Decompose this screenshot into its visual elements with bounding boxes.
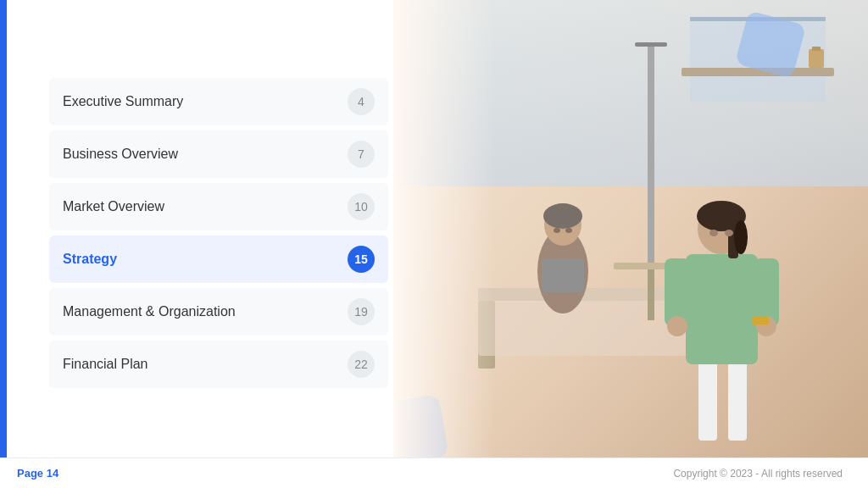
page-container: Executive Summary 4 Business Overview 7 … [0,0,868,488]
toc-label: Financial Plan [63,357,148,372]
toc-item-business-overview[interactable]: Business Overview 7 [49,130,388,178]
toc-page-number: 19 [348,298,375,325]
toc-page-number: 10 [348,193,375,220]
table-of-contents: Executive Summary 4 Business Overview 7 … [49,78,388,393]
left-accent-bar [0,0,7,488]
toc-item-strategy[interactable]: Strategy 15 [49,236,388,283]
svg-rect-6 [812,47,821,51]
content-area: Executive Summary 4 Business Overview 7 … [7,0,422,488]
svg-rect-7 [648,42,654,297]
page-label: Page [17,467,47,480]
footer: Page 14 Copyright © 2023 - All rights re… [0,458,868,488]
page-number: 14 [47,467,58,480]
svg-point-20 [565,228,572,233]
toc-item-financial-plan[interactable]: Financial Plan 22 [49,341,388,388]
page-indicator: Page 14 [17,467,58,480]
toc-item-market-overview[interactable]: Market Overview 10 [49,183,388,230]
toc-page-number: 15 [348,246,375,273]
svg-point-26 [667,316,687,336]
toc-page-number: 22 [348,351,375,378]
svg-point-32 [725,230,733,236]
svg-rect-8 [635,42,667,47]
healthcare-image [393,0,868,488]
svg-point-31 [709,230,718,236]
toc-label: Executive Summary [63,94,183,109]
svg-point-17 [543,203,582,229]
toc-item-management-organization[interactable]: Management & Organization 19 [49,288,388,336]
svg-rect-5 [809,49,824,68]
toc-label: Market Overview [63,199,164,214]
toc-label: Strategy [63,252,117,267]
toc-page-number: 4 [348,88,375,115]
svg-rect-23 [686,254,758,364]
image-area [393,0,868,488]
toc-page-number: 7 [348,141,375,168]
toc-label: Management & Organization [63,304,236,319]
svg-point-34 [734,220,748,254]
toc-item-executive-summary[interactable]: Executive Summary 4 [49,78,388,125]
svg-rect-18 [542,258,584,292]
svg-rect-14 [648,269,654,320]
svg-rect-22 [728,356,747,441]
svg-rect-33 [752,316,769,324]
svg-rect-21 [698,356,717,441]
toc-label: Business Overview [63,147,178,162]
copyright-text: Copyright © 2023 - All rights reserved [673,468,843,480]
image-overlay [393,0,495,488]
svg-point-19 [554,228,560,233]
